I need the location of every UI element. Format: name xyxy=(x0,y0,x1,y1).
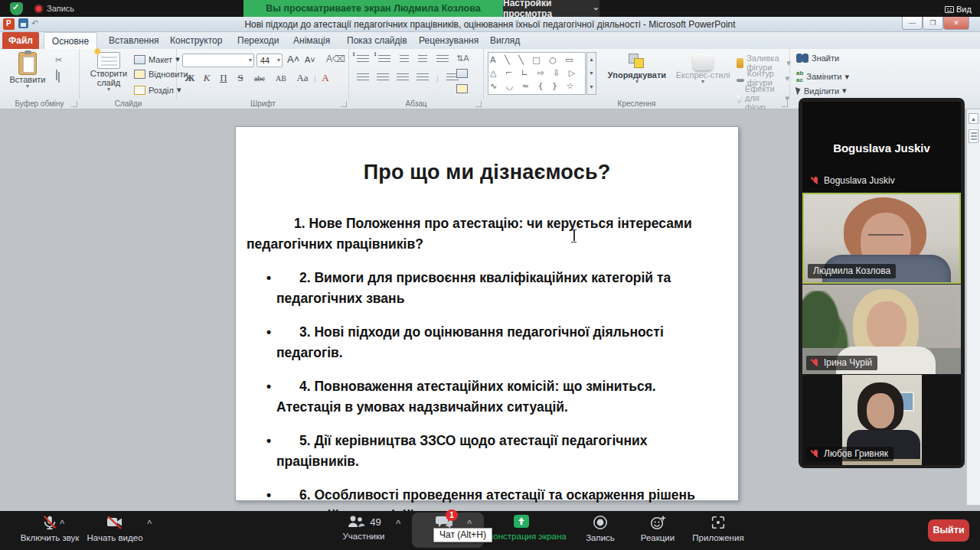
slide-canvas[interactable]: Про що ми дізнаємось? •1. Нове Положення… xyxy=(235,126,739,501)
line-spacing-icon[interactable] xyxy=(436,55,449,64)
shadow-button[interactable]: S xyxy=(233,72,248,84)
align-center-icon[interactable] xyxy=(377,73,389,83)
record-button[interactable]: Запись xyxy=(570,514,631,542)
tab-transitions[interactable]: Переходи xyxy=(230,32,286,49)
dialog-launcher-icon[interactable] xyxy=(782,101,788,107)
tab-home[interactable]: Основне xyxy=(44,32,97,49)
new-slide-button[interactable]: Створити слайд ▾ xyxy=(87,52,131,92)
increase-indent-icon[interactable] xyxy=(418,55,427,64)
smartart-icon[interactable] xyxy=(456,84,468,93)
layout-button[interactable]: Макет▾ xyxy=(134,54,180,64)
tab-insert[interactable]: Вставлення xyxy=(101,32,167,49)
quick-styles-button[interactable]: Експрес-стилі ▾ xyxy=(674,54,732,84)
font-name-combo[interactable] xyxy=(182,54,254,67)
tab-design[interactable]: Конструктор xyxy=(162,32,230,49)
unmute-button[interactable]: Включить звук xyxy=(8,514,92,542)
find-button[interactable]: Знайти xyxy=(796,54,839,63)
participants-button[interactable]: 49 Участники xyxy=(329,514,398,541)
ppt-vertical-scrollbar[interactable]: ▲ xyxy=(966,109,980,505)
video-tile-churii[interactable]: Ірина Чурій xyxy=(802,285,961,374)
audio-options-chevron[interactable] xyxy=(60,519,64,528)
list-item[interactable]: •5. Дії керівництва ЗЗСО щодо атестації … xyxy=(251,431,710,472)
participant-label: Людмила Козлова xyxy=(808,264,896,278)
align-left-icon[interactable] xyxy=(357,73,369,83)
reset-icon xyxy=(134,70,145,79)
find-icon xyxy=(796,54,808,63)
close-button[interactable]: ✕ xyxy=(943,17,969,30)
list-item[interactable]: •1. Нове Положення про атестацію: чи кер… xyxy=(247,213,710,255)
underline-button[interactable]: П xyxy=(216,72,231,84)
tab-slideshow[interactable]: Показ слайдів xyxy=(339,32,415,49)
align-text-icon[interactable] xyxy=(456,69,468,78)
shapes-gallery[interactable]: A ╲ ╲ □ ○ ▭△ ⌐ ∟ ⇨ ⇩ ▷∿ ◡ ≈ { } ☆ xyxy=(488,52,586,95)
section-button[interactable]: Розділ▾ xyxy=(134,85,181,95)
video-options-chevron[interactable] xyxy=(147,519,152,528)
section-icon xyxy=(134,86,145,95)
start-video-button[interactable]: Начать видео xyxy=(80,514,149,542)
font-color-button[interactable]: А xyxy=(318,72,333,84)
video-tile-boguslava[interactable]: Boguslava Juskiv Boguslava Juskiv xyxy=(802,102,961,192)
numbering-icon[interactable] xyxy=(378,55,390,64)
shrink-font-icon[interactable]: A˅ xyxy=(305,55,315,64)
restore-button[interactable]: ❐ xyxy=(923,17,943,30)
dialog-launcher-icon[interactable] xyxy=(475,101,482,107)
align-right-icon[interactable] xyxy=(397,73,409,83)
muted-mic-icon xyxy=(812,449,820,459)
replace-button[interactable]: abacЗамінити▾ xyxy=(796,70,849,83)
reactions-button[interactable]: Реакции xyxy=(628,514,688,542)
slide-title[interactable]: Про що ми дізнаємось? xyxy=(236,161,738,184)
font-size-combo[interactable]: 44 xyxy=(256,54,283,67)
bullets-icon[interactable] xyxy=(357,55,369,64)
screen: Запись Вы просматриваете экран Людмила К… xyxy=(0,0,980,550)
dialog-launcher-icon[interactable] xyxy=(71,101,77,107)
replace-icon: abac xyxy=(796,70,803,83)
group-drawing: A ╲ ╲ □ ○ ▭△ ⌐ ∟ ⇨ ⇩ ▷∿ ◡ ≈ { } ☆ ▲▼▼ Уп… xyxy=(484,49,790,99)
group-slides: Створити слайд ▾ Макет▾ Відновити Розділ… xyxy=(80,49,177,99)
participants-icon xyxy=(346,514,366,529)
minimize-button[interactable]: — xyxy=(902,17,923,30)
paste-button[interactable]: Вставити ▾ xyxy=(8,52,47,89)
zoom-view-button[interactable]: Вид xyxy=(945,2,972,16)
list-item[interactable]: •2. Вимоги для присвоєння кваліфікаційни… xyxy=(251,268,710,309)
chevron-down-icon: ▾ xyxy=(107,87,110,92)
justify-icon[interactable] xyxy=(416,73,429,83)
participant-label: Ірина Чурій xyxy=(806,356,877,370)
grow-font-icon[interactable]: A˄ xyxy=(287,54,299,65)
share-screen-icon xyxy=(512,514,531,529)
list-item[interactable]: •4. Повноваження атестаційних комісій: щ… xyxy=(251,376,710,418)
list-item[interactable]: •3. Нові підходи до оцінювання педагогіч… xyxy=(251,322,710,363)
layout-icon xyxy=(134,55,145,64)
dialog-launcher-icon[interactable] xyxy=(341,101,347,107)
tab-review[interactable]: Рецензування xyxy=(411,32,486,49)
strikethrough-button[interactable]: abc xyxy=(250,74,270,83)
select-button[interactable]: Виділити▾ xyxy=(796,86,847,96)
leave-meeting-button[interactable]: Выйти xyxy=(928,519,969,542)
italic-button[interactable]: К xyxy=(199,72,214,84)
participants-options-chevron[interactable] xyxy=(396,519,400,528)
tab-view[interactable]: Вигляд xyxy=(482,32,528,49)
scrollbar-thumb[interactable] xyxy=(969,129,978,143)
view-settings-button[interactable]: Настройки просмотра xyxy=(503,0,599,17)
video-tile-kozlova[interactable]: Людмила Козлова xyxy=(802,193,961,284)
video-tile-hryvniak[interactable]: Любов Гривняк xyxy=(802,375,961,465)
apps-button[interactable]: Приложения xyxy=(688,514,749,542)
decrease-indent-icon[interactable] xyxy=(400,55,409,64)
security-shield-icon[interactable] xyxy=(10,2,23,15)
scroll-up-icon[interactable]: ▲ xyxy=(969,113,978,124)
muted-mic-icon xyxy=(41,514,58,531)
bold-button[interactable]: Ж xyxy=(182,72,198,84)
clear-formatting-icon[interactable]: A⌫ xyxy=(326,54,345,64)
chat-badge: 1 xyxy=(446,509,458,521)
new-slide-icon xyxy=(97,52,120,69)
shapes-scrollbar[interactable]: ▲▼▼ xyxy=(586,52,596,95)
character-spacing-button[interactable]: АВ xyxy=(271,74,291,83)
arrange-button[interactable]: Упорядкувати ▾ xyxy=(605,54,669,84)
copy-icon[interactable] xyxy=(56,70,57,80)
text-direction-icon[interactable]: ⇅A xyxy=(456,54,469,63)
tab-file[interactable]: Файл xyxy=(2,32,39,49)
change-case-button[interactable]: Аа xyxy=(292,72,312,84)
select-icon xyxy=(795,86,802,95)
slide-body-list[interactable]: •1. Нове Положення про атестацію: чи кер… xyxy=(251,213,710,550)
cut-icon[interactable] xyxy=(55,55,62,65)
tab-animations[interactable]: Анімація xyxy=(286,32,338,49)
